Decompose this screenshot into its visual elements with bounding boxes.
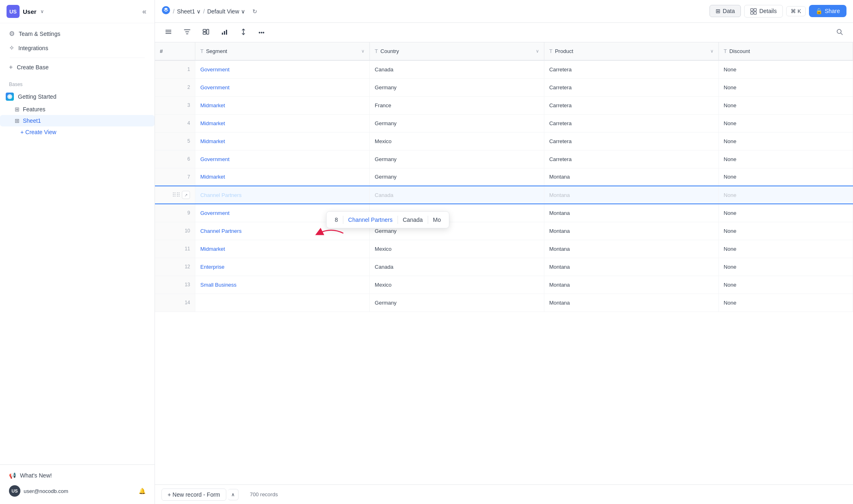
list-view-button[interactable] — [161, 26, 175, 39]
more-icon: ••• — [259, 29, 265, 36]
col-type-icon-segment: T — [200, 48, 203, 54]
new-record-label: + New record - Form — [168, 491, 220, 498]
view-chevron: ∨ — [241, 8, 245, 15]
k-key: K — [798, 8, 801, 14]
sort-button[interactable] — [236, 26, 250, 39]
new-record-expand-button[interactable]: ∧ — [228, 489, 239, 500]
country-cell: Canada — [370, 60, 544, 78]
segment-cell[interactable]: Enterprise — [195, 258, 370, 276]
col-header-segment[interactable]: T Segment ∨ — [195, 42, 370, 60]
segment-cell[interactable]: Midmarket — [195, 132, 370, 150]
refresh-button[interactable]: ↻ — [250, 6, 260, 17]
bases-section-label: Bases — [0, 79, 155, 90]
segment-cell[interactable]: Small Business — [195, 276, 370, 294]
user-bottom-avatar: US — [9, 485, 20, 497]
team-settings-label: Team & Settings — [19, 31, 60, 37]
sidebar-item-integrations[interactable]: ✧ Integrations — [5, 41, 150, 55]
sidebar-item-team-settings[interactable]: ⚙ Team & Settings — [5, 27, 150, 41]
col-chevron-country: ∨ — [536, 49, 539, 54]
product-cell: Montana — [544, 294, 718, 312]
row-number-cell: 3 — [155, 96, 195, 114]
popup-country: Canada — [403, 217, 423, 223]
discount-cell: None — [718, 186, 853, 204]
col-header-discount[interactable]: T Discount — [718, 42, 853, 60]
segment-cell[interactable]: Government — [195, 60, 370, 78]
table-row: 11MidmarketMexicoMontanaNone — [155, 240, 853, 258]
segment-cell[interactable]: Channel Partners — [195, 186, 370, 204]
filter-button[interactable] — [180, 26, 194, 39]
more-options-button[interactable]: ••• — [255, 27, 268, 38]
segment-cell[interactable] — [195, 294, 370, 312]
segment-cell[interactable]: Midmarket — [195, 168, 370, 186]
details-tab-label: Details — [759, 8, 777, 14]
col-label-discount: Discount — [729, 48, 750, 54]
sidebar-item-create-base[interactable]: + Create Base — [5, 60, 150, 74]
breadcrumb-sep2: / — [203, 8, 205, 15]
details-icon — [750, 8, 757, 15]
product-cell: Carretera — [544, 114, 718, 132]
svg-rect-3 — [754, 9, 756, 11]
sheet-chevron: ∨ — [197, 8, 201, 15]
row-expand-button[interactable]: ↗ — [182, 191, 190, 199]
create-view-button[interactable]: + Create View — [0, 126, 155, 138]
col-label-product: Product — [555, 48, 573, 54]
breadcrumb-view[interactable]: Default View ∨ — [207, 8, 245, 15]
breadcrumb-sheet[interactable]: Sheet1 ∨ — [177, 8, 201, 15]
features-label: Features — [23, 106, 45, 113]
product-cell: Montana — [544, 168, 718, 186]
svg-rect-4 — [751, 12, 753, 14]
breadcrumb-sep1: / — [173, 8, 175, 15]
row-drag-indicator — [311, 221, 347, 247]
sidebar-table-sheet1[interactable]: ⊞ Sheet1 — [0, 115, 155, 126]
col-header-country[interactable]: T Country ∨ — [370, 42, 544, 60]
details-tab[interactable]: Details — [744, 5, 783, 18]
product-cell: Carretera — [544, 132, 718, 150]
country-cell: Mexico — [370, 276, 544, 294]
svg-rect-10 — [203, 32, 206, 34]
sort-icon — [240, 28, 247, 37]
table-row: 2GovernmentGermanyCarreteraNone — [155, 78, 853, 96]
col-chevron-segment: ∨ — [361, 49, 365, 54]
row-number-cell: 12 — [155, 258, 195, 276]
segment-cell[interactable]: Midmarket — [195, 96, 370, 114]
col-label-segment: Segment — [206, 48, 227, 54]
table-row: 10Channel PartnersGermanyMontanaNone — [155, 222, 853, 240]
user-name: User — [23, 8, 36, 15]
discount-cell: None — [718, 150, 853, 168]
segment-cell[interactable]: Midmarket — [195, 114, 370, 132]
col-header-num: # — [155, 42, 195, 60]
user-bottom-area[interactable]: US user@nocodb.com 🔔 — [5, 482, 150, 500]
search-button[interactable] — [833, 26, 846, 39]
sidebar-whats-new[interactable]: 📢 What's New! — [5, 469, 150, 482]
sidebar-bottom: 📢 What's New! US user@nocodb.com 🔔 — [0, 464, 155, 504]
sidebar-nav: ⚙ Team & Settings ✧ Integrations + Creat… — [0, 23, 155, 77]
table-row: 1GovernmentCanadaCarreteraNone — [155, 60, 853, 78]
integrations-icon: ✧ — [9, 44, 14, 52]
product-cell: Montana — [544, 240, 718, 258]
chart-button[interactable] — [218, 26, 232, 39]
sidebar-table-features[interactable]: ⊞ Features — [0, 104, 155, 115]
country-cell: Mexico — [370, 240, 544, 258]
collapse-sidebar-button[interactable]: « — [141, 6, 148, 18]
whats-new-label: What's New! — [20, 472, 52, 479]
base-name: Getting Started — [18, 93, 56, 100]
product-cell: Carretera — [544, 96, 718, 114]
segment-cell[interactable]: Government — [195, 150, 370, 168]
share-button[interactable]: 🔒 Share — [809, 5, 846, 17]
search-icon — [836, 30, 843, 37]
integrations-label: Integrations — [18, 45, 48, 51]
sidebar-base-getting-started[interactable]: Getting Started — [0, 90, 155, 104]
segment-cell[interactable]: Government — [195, 78, 370, 96]
data-tab[interactable]: ⊞ Data — [709, 5, 741, 17]
chart-icon — [221, 28, 228, 37]
popup-separator2 — [398, 216, 398, 224]
records-count: 700 records — [250, 491, 278, 497]
group-button[interactable] — [199, 26, 213, 39]
discount-cell: None — [718, 276, 853, 294]
new-record-button[interactable]: + New record - Form — [161, 489, 226, 501]
bell-icon[interactable]: 🔔 — [139, 488, 146, 494]
col-header-product[interactable]: T Product ∨ — [544, 42, 718, 60]
user-menu[interactable]: US User ∨ — [7, 5, 44, 18]
topbar-right: ⊞ Data Details ⌘ K 🔒 — [709, 5, 846, 18]
drag-handle-icon[interactable]: ⠿⠿ — [172, 192, 180, 198]
